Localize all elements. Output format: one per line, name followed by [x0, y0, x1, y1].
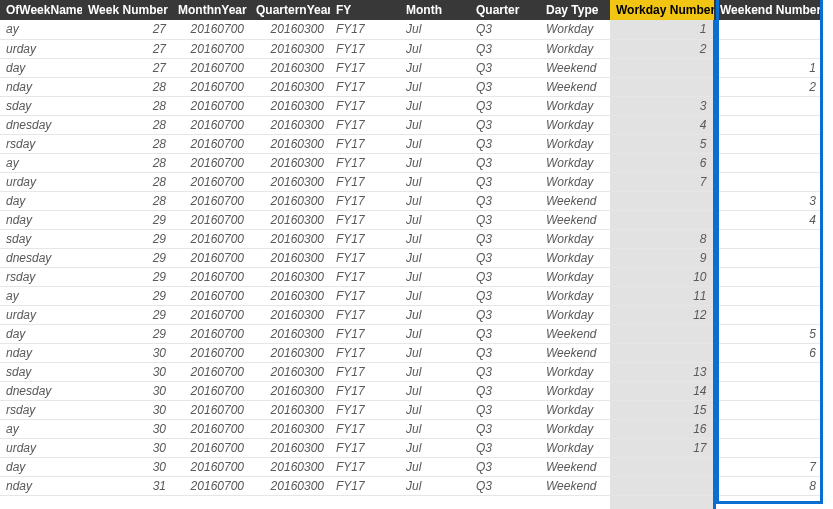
cell-qt[interactable]: Q3 [470, 210, 540, 229]
cell-my[interactable]: 20160700 [172, 343, 250, 362]
table-row[interactable]: urday302016070020160300FY17JulQ3Workday1… [0, 438, 833, 457]
cell-qy[interactable]: 20160300 [250, 229, 330, 248]
table-row[interactable]: day272016070020160300FY17JulQ3Weekend1 [0, 58, 833, 77]
cell-mo[interactable]: Jul [400, 153, 470, 172]
cell-wd[interactable] [610, 343, 714, 362]
cell-qt[interactable]: Q3 [470, 248, 540, 267]
cell-my[interactable]: 20160700 [172, 153, 250, 172]
cell-qt[interactable]: Q3 [470, 153, 540, 172]
cell-qt[interactable]: Q3 [470, 305, 540, 324]
cell-fy[interactable]: FY17 [330, 362, 400, 381]
cell-qy[interactable]: 20160300 [250, 286, 330, 305]
cell-my[interactable]: 20160700 [172, 457, 250, 476]
cell-mo[interactable]: Jul [400, 248, 470, 267]
cell-fy[interactable]: FY17 [330, 343, 400, 362]
cell-dow[interactable]: ay [0, 286, 82, 305]
cell-wn[interactable]: 28 [82, 115, 172, 134]
cell-fy[interactable]: FY17 [330, 419, 400, 438]
cell-wn[interactable]: 30 [82, 457, 172, 476]
cell-qy[interactable]: 20160300 [250, 172, 330, 191]
cell-wn[interactable]: 30 [82, 362, 172, 381]
table-row[interactable]: urday292016070020160300FY17JulQ3Workday1… [0, 305, 833, 324]
cell-fy[interactable]: FY17 [330, 20, 400, 39]
cell-dow[interactable] [0, 495, 82, 509]
cell-wd[interactable]: 17 [610, 438, 714, 457]
cell-my[interactable]: 20160700 [172, 210, 250, 229]
table-row[interactable]: day292016070020160300FY17JulQ3Weekend5 [0, 324, 833, 343]
cell-fy[interactable]: FY17 [330, 77, 400, 96]
cell-we[interactable] [714, 286, 822, 305]
cell-wn[interactable]: 27 [82, 20, 172, 39]
cell-we[interactable] [714, 267, 822, 286]
cell-we[interactable] [714, 229, 822, 248]
cell-fy[interactable]: FY17 [330, 286, 400, 305]
cell-we[interactable]: 2 [714, 77, 822, 96]
cell-dow[interactable]: nday [0, 77, 82, 96]
cell-dt[interactable]: Workday [540, 172, 610, 191]
cell-wd[interactable] [610, 77, 714, 96]
cell-qy[interactable]: 20160300 [250, 39, 330, 58]
cell-dow[interactable]: sday [0, 362, 82, 381]
cell-mo[interactable]: Jul [400, 58, 470, 77]
cell-qy[interactable]: 20160300 [250, 419, 330, 438]
cell-qy[interactable]: 20160300 [250, 153, 330, 172]
cell-dt[interactable]: Workday [540, 229, 610, 248]
cell-qy[interactable] [250, 495, 330, 509]
cell-we[interactable] [714, 153, 822, 172]
cell-wn[interactable]: 29 [82, 267, 172, 286]
cell-fy[interactable]: FY17 [330, 267, 400, 286]
table-row[interactable]: sday292016070020160300FY17JulQ3Workday8 [0, 229, 833, 248]
cell-dt[interactable]: Weekend [540, 343, 610, 362]
table-row[interactable]: ay282016070020160300FY17JulQ3Workday6 [0, 153, 833, 172]
cell-wd[interactable] [610, 58, 714, 77]
cell-wn[interactable]: 30 [82, 438, 172, 457]
cell-we[interactable] [714, 419, 822, 438]
cell-we[interactable] [714, 39, 822, 58]
cell-my[interactable]: 20160700 [172, 381, 250, 400]
cell-wd[interactable]: 12 [610, 305, 714, 324]
column-header-dow[interactable]: OfWeekName [0, 0, 82, 20]
cell-my[interactable]: 20160700 [172, 305, 250, 324]
column-header-mo[interactable]: Month [400, 0, 470, 20]
table-row[interactable]: sday282016070020160300FY17JulQ3Workday3 [0, 96, 833, 115]
column-header-wd[interactable]: Workday Number [610, 0, 714, 20]
cell-we[interactable]: 6 [714, 343, 822, 362]
cell-fy[interactable] [330, 495, 400, 509]
cell-qy[interactable]: 20160300 [250, 381, 330, 400]
cell-my[interactable]: 20160700 [172, 438, 250, 457]
cell-dt[interactable] [540, 495, 610, 509]
cell-we[interactable] [714, 20, 822, 39]
cell-dt[interactable]: Workday [540, 153, 610, 172]
cell-we[interactable]: 4 [714, 210, 822, 229]
cell-wd[interactable]: 4 [610, 115, 714, 134]
cell-wd[interactable] [610, 457, 714, 476]
cell-qy[interactable]: 20160300 [250, 77, 330, 96]
cell-fy[interactable]: FY17 [330, 39, 400, 58]
table-row[interactable]: rsday292016070020160300FY17JulQ3Workday1… [0, 267, 833, 286]
column-header-dt[interactable]: Day Type [540, 0, 610, 20]
cell-my[interactable]: 20160700 [172, 286, 250, 305]
cell-wn[interactable]: 29 [82, 229, 172, 248]
cell-wd[interactable]: 16 [610, 419, 714, 438]
column-header-we[interactable]: Weekend Number [714, 0, 822, 20]
cell-mo[interactable]: Jul [400, 419, 470, 438]
cell-mo[interactable]: Jul [400, 343, 470, 362]
cell-mo[interactable]: Jul [400, 476, 470, 495]
cell-dt[interactable]: Workday [540, 305, 610, 324]
cell-wd[interactable]: 10 [610, 267, 714, 286]
cell-wn[interactable]: 30 [82, 400, 172, 419]
cell-wn[interactable]: 28 [82, 172, 172, 191]
table-row[interactable]: nday302016070020160300FY17JulQ3Weekend6 [0, 343, 833, 362]
cell-dow[interactable]: rsday [0, 267, 82, 286]
cell-fy[interactable]: FY17 [330, 58, 400, 77]
cell-mo[interactable]: Jul [400, 400, 470, 419]
cell-dt[interactable]: Weekend [540, 457, 610, 476]
cell-wd[interactable]: 15 [610, 400, 714, 419]
cell-qy[interactable]: 20160300 [250, 343, 330, 362]
cell-qy[interactable]: 20160300 [250, 457, 330, 476]
cell-qt[interactable]: Q3 [470, 96, 540, 115]
cell-wn[interactable]: 29 [82, 210, 172, 229]
cell-qt[interactable]: Q3 [470, 286, 540, 305]
cell-wn[interactable]: 28 [82, 191, 172, 210]
cell-fy[interactable]: FY17 [330, 134, 400, 153]
